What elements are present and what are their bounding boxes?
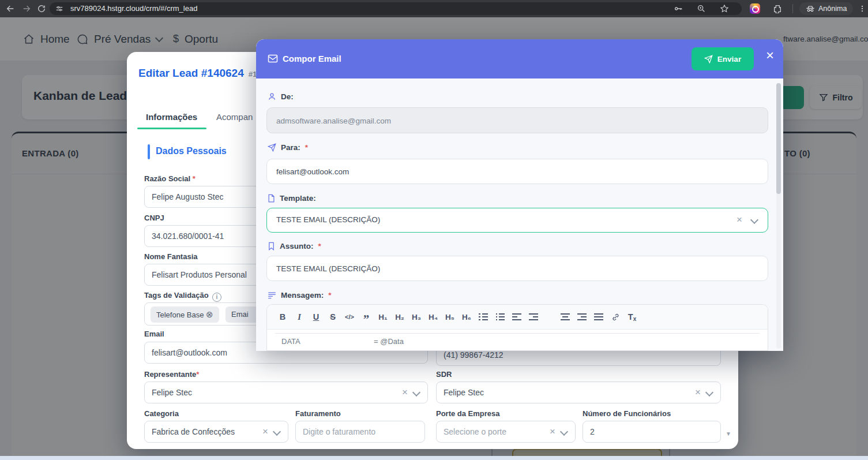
razao-social-label: Razão Social * bbox=[144, 174, 196, 183]
section-accent-bar bbox=[148, 144, 150, 159]
info-icon[interactable]: i bbox=[212, 293, 221, 302]
funcionarios-label: Número de Funcionários bbox=[583, 409, 671, 418]
h5-button[interactable]: H₅ bbox=[444, 310, 456, 324]
paper-plane-icon bbox=[704, 55, 713, 63]
align-center-button[interactable] bbox=[559, 310, 572, 324]
email-modal-scrollbar[interactable] bbox=[776, 83, 781, 349]
compose-email-modal: Compor Email Enviar × De: admsoftware.an… bbox=[256, 39, 783, 351]
file-icon bbox=[268, 194, 275, 203]
indent-button[interactable] bbox=[527, 310, 540, 324]
chevron-down-icon[interactable] bbox=[273, 428, 281, 436]
unordered-list-button[interactable] bbox=[494, 310, 506, 324]
send-button[interactable]: Enviar bbox=[692, 47, 754, 70]
send-button-label: Enviar bbox=[717, 55, 741, 63]
mensagem-label-row: Mensagem: * bbox=[268, 291, 332, 300]
tags-label: Tags de Validaçãoi bbox=[144, 291, 221, 302]
align-center-icon bbox=[561, 313, 570, 320]
clear-icon[interactable]: × bbox=[737, 208, 742, 231]
faturamento-input[interactable]: Digite o faturamento bbox=[295, 421, 425, 443]
link-button[interactable] bbox=[609, 310, 622, 324]
reload-icon[interactable] bbox=[37, 4, 46, 13]
email-label: Email bbox=[144, 330, 164, 338]
zoom-icon[interactable] bbox=[697, 4, 706, 13]
bold-button[interactable]: B bbox=[276, 310, 289, 324]
outdent-icon bbox=[512, 313, 521, 320]
funcionarios-input[interactable]: 2 bbox=[583, 421, 721, 443]
template-select[interactable]: TESTE EMAIL (DESCRIÇÃO) × bbox=[266, 208, 768, 233]
forward-icon[interactable] bbox=[22, 4, 31, 13]
tag-telefone-base[interactable]: Telefone Base ⊗ bbox=[151, 306, 219, 323]
nome-fantasia-label: Nome Fantasia bbox=[144, 252, 197, 261]
clear-format-button[interactable]: Tx bbox=[626, 310, 638, 324]
outdent-button[interactable] bbox=[510, 310, 523, 324]
h6-button[interactable]: H₆ bbox=[460, 310, 473, 324]
scrollbar-thumb[interactable] bbox=[776, 83, 781, 194]
clear-icon[interactable]: × bbox=[550, 421, 555, 442]
address-bar[interactable]: srv789024.hstgr.cloud/crm/#/crm_lead bbox=[50, 2, 742, 15]
close-icon[interactable]: × bbox=[766, 48, 774, 62]
active-tab-underline bbox=[137, 128, 206, 129]
compose-email-header: Compor Email Enviar × bbox=[256, 39, 783, 78]
para-input[interactable]: felisart@outlook.com bbox=[266, 159, 768, 184]
site-settings-icon[interactable] bbox=[55, 5, 63, 13]
incognito-profile-chip[interactable]: Anônima bbox=[799, 2, 853, 15]
message-table-border bbox=[275, 333, 760, 334]
browser-menu-icon[interactable] bbox=[858, 4, 866, 13]
faturamento-label: Faturamento bbox=[295, 409, 341, 418]
tag-remove-icon[interactable]: ⊗ bbox=[206, 309, 213, 319]
message-editor[interactable]: B I U S </> ” H₁ H₂ H₃ H₄ H₅ H₆ Tx DATA … bbox=[266, 304, 768, 351]
scroll-down-arrow[interactable]: ▼ bbox=[726, 431, 731, 437]
message-table-cell-value: = @Data bbox=[374, 337, 404, 346]
strikethrough-button[interactable]: S bbox=[326, 310, 339, 324]
clear-icon[interactable]: × bbox=[262, 421, 268, 442]
de-input: admsoftware.analise@gmail.com bbox=[266, 107, 768, 133]
tab-informacoes[interactable]: Informações bbox=[146, 112, 197, 122]
lead-modal-title: Editar Lead #140624#1 bbox=[138, 67, 257, 80]
toolbar-separator bbox=[792, 4, 793, 13]
chevron-down-icon[interactable] bbox=[412, 388, 420, 397]
back-icon[interactable] bbox=[6, 4, 15, 13]
h2-button[interactable]: H₂ bbox=[393, 310, 406, 324]
para-label-row: Para: * bbox=[268, 143, 308, 152]
porte-select[interactable]: Selecione o porte × bbox=[436, 421, 576, 443]
chevron-down-icon[interactable] bbox=[705, 388, 713, 397]
compose-email-title: Compor Email bbox=[283, 54, 341, 63]
code-button[interactable]: </> bbox=[343, 310, 356, 324]
chevron-down-icon[interactable] bbox=[750, 216, 758, 224]
unordered-list-icon bbox=[495, 313, 505, 320]
message-table-cell-key: DATA bbox=[281, 337, 300, 346]
indent-icon bbox=[529, 313, 538, 320]
assunto-label-row: Assunto: * bbox=[268, 242, 321, 250]
assunto-input[interactable]: TESTE EMAIL (DESCRIÇÃO) bbox=[266, 256, 768, 281]
ordered-list-button[interactable] bbox=[477, 310, 490, 324]
extension-app-icon[interactable] bbox=[750, 3, 760, 14]
tab-acompanhamento[interactable]: Acompan bbox=[216, 112, 253, 122]
align-right-button[interactable] bbox=[576, 310, 588, 324]
representante-select[interactable]: Felipe Stec × bbox=[144, 382, 428, 403]
porte-label: Porte da Empresa bbox=[436, 409, 500, 418]
extensions-icon[interactable] bbox=[773, 4, 782, 13]
blockquote-button[interactable]: ” bbox=[360, 308, 373, 326]
chevron-down-icon[interactable] bbox=[560, 428, 568, 436]
ordered-list-icon bbox=[479, 313, 488, 320]
section-title: Dados Pessoais bbox=[156, 146, 227, 156]
bookmark-star-icon[interactable] bbox=[720, 4, 729, 13]
editor-toolbar: B I U S </> ” H₁ H₂ H₃ H₄ H₅ H₆ Tx bbox=[267, 305, 768, 330]
incognito-label: Anônima bbox=[818, 5, 847, 13]
bookmark-icon bbox=[268, 242, 275, 250]
envelope-icon bbox=[268, 54, 278, 63]
clear-icon[interactable]: × bbox=[402, 382, 408, 403]
representante-label: Representante* bbox=[144, 370, 199, 379]
align-justify-button[interactable] bbox=[592, 310, 605, 324]
sdr-select[interactable]: Felipe Stec × bbox=[436, 382, 721, 403]
clear-icon[interactable]: × bbox=[695, 382, 701, 403]
h3-button[interactable]: H₃ bbox=[410, 310, 423, 324]
h4-button[interactable]: H₄ bbox=[427, 310, 439, 324]
italic-button[interactable]: I bbox=[293, 310, 306, 324]
categoria-select[interactable]: Fabrica de Confecções × bbox=[144, 421, 288, 443]
url-text[interactable]: srv789024.hstgr.cloud/crm/#/crm_lead bbox=[70, 2, 197, 15]
password-key-icon[interactable] bbox=[674, 4, 683, 13]
paper-plane-icon bbox=[268, 143, 276, 152]
h1-button[interactable]: H₁ bbox=[377, 310, 389, 324]
underline-button[interactable]: U bbox=[310, 310, 322, 324]
